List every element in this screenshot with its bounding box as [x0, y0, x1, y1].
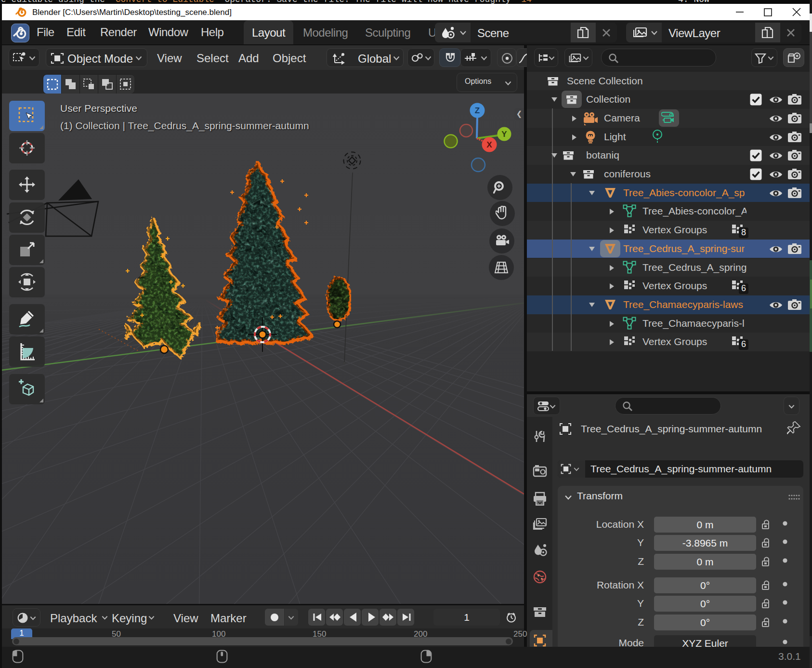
svg-text:Y: Y [501, 130, 507, 139]
svg-text:X: X [486, 140, 492, 149]
svg-text:Z: Z [475, 106, 480, 115]
